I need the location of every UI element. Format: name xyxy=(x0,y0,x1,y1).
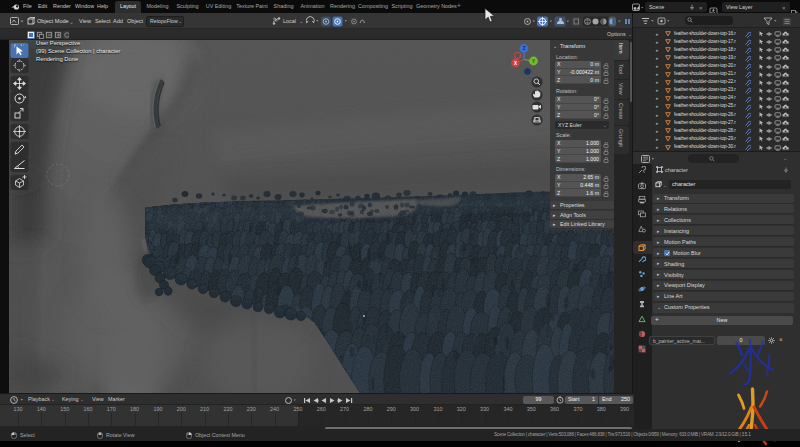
svg-text:X: X xyxy=(514,61,517,66)
svg-text:Z: Z xyxy=(523,46,526,51)
svg-text:Y: Y xyxy=(532,59,535,64)
